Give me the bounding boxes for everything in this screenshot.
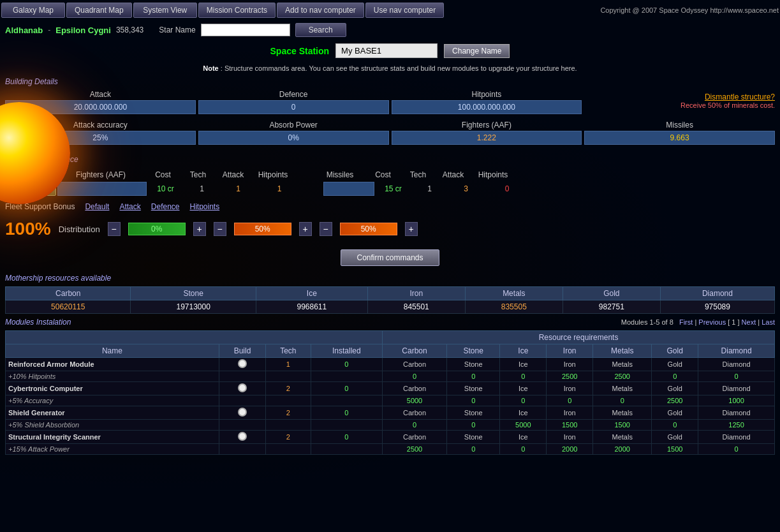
mod-installed-2: 0	[311, 406, 383, 420]
col-cost-label: Cost	[145, 170, 180, 179]
fleet-attack-link[interactable]: Attack	[119, 202, 140, 211]
mod-ice-val-1: 0	[500, 395, 547, 406]
system-name: Epsilon Cygni	[55, 26, 111, 35]
mod-build-radio-1[interactable]	[219, 382, 265, 395]
modules-last-link[interactable]: Last	[762, 318, 775, 326]
add-nav-computer-button[interactable]: Add to nav computer	[277, 3, 364, 18]
confirm-commands-button[interactable]: Confirm commands	[341, 249, 439, 266]
dist3-plus-button[interactable]: +	[405, 222, 418, 236]
table-row: +5% Accuracy 5000 0 0 0 0 2500 1000	[6, 395, 775, 406]
mod-name-1: Cybertronic Computer	[6, 382, 219, 395]
stats-grid: Attack 20.000.000.000 Defence 0 Hitpoint…	[0, 89, 780, 115]
star-name-input[interactable]	[201, 24, 290, 36]
modules-next-link[interactable]: Next	[742, 318, 756, 326]
mod-tech-0: 1	[266, 358, 311, 371]
fleet-support-label: Fleet Support Bonus	[5, 202, 75, 211]
dist2-plus-button[interactable]: +	[299, 222, 312, 236]
station-name-input[interactable]	[335, 43, 438, 58]
missiles-amount-input[interactable]	[323, 182, 374, 196]
copyright-text: Copyright @ 2007 Space Odyssey http://ww…	[600, 6, 779, 14]
col-attack-label: Attack	[216, 170, 251, 179]
col-cost2-label: Cost	[365, 170, 401, 179]
mod-name-0: Reinforced Armor Module	[6, 358, 219, 371]
mod-stone-val-2: 0	[446, 420, 499, 431]
mod-stone-label-2: Stone	[446, 406, 499, 420]
res-ice-header: Ice	[256, 287, 367, 300]
res-ice-val: 9968611	[256, 300, 367, 314]
mod-ice-label-3: Ice	[500, 431, 547, 444]
mod-diamond-val-0: 0	[698, 371, 775, 382]
use-nav-computer-button[interactable]: Use nav computer	[365, 3, 444, 18]
fleet-hitpoints-link[interactable]: Hitpoints	[190, 202, 220, 211]
fleet-default-link[interactable]: Default	[85, 202, 109, 211]
dismantle-col: Dismantle structure? Receive 50% of mine…	[584, 90, 775, 114]
modules-first-link[interactable]: First	[679, 318, 693, 326]
dist1-minus-button[interactable]: −	[108, 222, 121, 236]
res-carbon-val: 50620115	[6, 300, 131, 314]
build-button[interactable]: Build	[5, 182, 56, 196]
change-name-button[interactable]: Change Name	[444, 44, 510, 58]
quadrant-map-button[interactable]: Quadrant Map	[66, 3, 132, 18]
dist3-minus-button[interactable]: −	[320, 222, 332, 236]
nav-bar: Galaxy Map Quadrant Map System View Miss…	[0, 0, 780, 20]
absorb-label: Absorb Power	[269, 121, 317, 129]
mod-carbon-val-3: 2500	[383, 444, 447, 455]
attack-stat: Attack 20.000.000.000	[5, 90, 196, 114]
mod-build-radio-3[interactable]	[219, 431, 265, 444]
coords-text: 358,343	[116, 26, 143, 34]
station-row: Space Station Change Name	[0, 40, 780, 62]
res-gold-val: 982751	[563, 300, 660, 314]
mod-metals-label-2: Metals	[593, 406, 652, 420]
mod-stone-val-0: 0	[446, 371, 499, 382]
missiles-value: 9.663	[584, 131, 775, 145]
fighters-attack-val: 1	[221, 184, 256, 193]
missiles-attack-val: 3	[448, 184, 483, 193]
table-row: Structural Integrity Scanner 2 0 Carbon …	[6, 431, 775, 444]
mod-metals-val-0: 2500	[593, 371, 652, 382]
mod-installed-1: 0	[311, 382, 383, 395]
note-text: Note : Structure commands area. You can …	[0, 62, 780, 75]
dist1-plus-button[interactable]: +	[193, 222, 206, 236]
mod-sub-2: +5% Shield Absorbtion	[6, 420, 219, 431]
mod-build-radio-2[interactable]	[219, 406, 265, 420]
distribution-pct: 100%	[5, 219, 51, 239]
mod-gold-val-0: 0	[652, 371, 698, 382]
galaxy-map-button[interactable]: Galaxy Map	[1, 3, 65, 18]
table-row: +15% Attack Power 2500 0 0 2000 2000 150…	[6, 444, 775, 455]
mod-installed-0: 0	[311, 358, 383, 371]
resources-table: Carbon Stone Ice Iron Metals Gold Diamon…	[5, 286, 775, 314]
modules-table: Resource requirements Name Build Tech In…	[5, 330, 775, 455]
search-button[interactable]: Search	[295, 23, 346, 37]
fleet-defence-link[interactable]: Defence	[151, 202, 180, 211]
mod-name-col: Name	[6, 344, 219, 358]
system-view-button[interactable]: System View	[133, 3, 197, 18]
mission-contracts-button[interactable]: Mission Contracts	[198, 3, 276, 18]
mod-stone-col: Stone	[446, 344, 499, 358]
mod-diamond-col: Diamond	[698, 344, 775, 358]
mod-tech-1: 2	[266, 382, 311, 395]
mothership-resources-header: Mothership resources available	[0, 271, 780, 285]
mod-ice-label-0: Ice	[500, 358, 547, 371]
mod-ice-label-1: Ice	[500, 382, 547, 395]
defence-label: Defence	[279, 90, 308, 99]
mod-gold-label-3: Gold	[652, 431, 698, 444]
mod-build-radio-0[interactable]	[219, 358, 265, 371]
res-stone-val: 19713000	[131, 300, 256, 314]
confirm-row: Confirm commands	[0, 244, 780, 271]
res-metals-val: 835505	[465, 300, 563, 314]
dist2-bar: 50%	[234, 223, 291, 235]
table-row: +5% Shield Absorbtion 0 0 5000 1500 1500…	[6, 420, 775, 431]
mod-metals-col: Metals	[593, 344, 652, 358]
dist3-bar: 50%	[340, 223, 397, 235]
mod-metals-val-2: 1500	[593, 420, 652, 431]
maintenance-section: Fighters (AAF) Cost Tech Attack Hitpoint…	[0, 166, 780, 200]
mod-stone-label-1: Stone	[446, 382, 499, 395]
dismantle-link[interactable]: Dismantle structure?	[705, 92, 775, 101]
mod-iron-val-3: 2000	[547, 444, 593, 455]
mod-diamond-label-3: Diamond	[698, 431, 775, 444]
attack-acc-stat: Attack accuracy 25%	[5, 121, 196, 145]
mod-diamond-label-1: Diamond	[698, 382, 775, 395]
dist2-minus-button[interactable]: −	[214, 222, 226, 236]
fighters-amount-input[interactable]	[57, 182, 147, 196]
modules-prev-link[interactable]: Previous	[698, 318, 726, 326]
